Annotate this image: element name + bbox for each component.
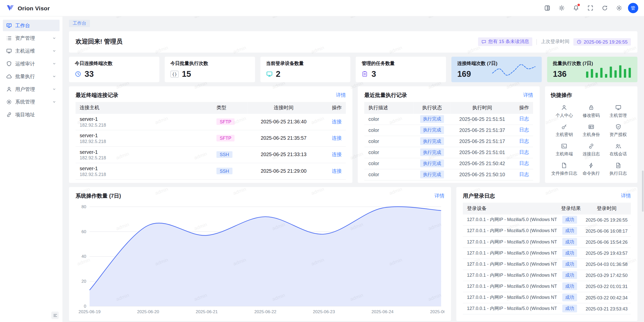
result-badge: 成功	[562, 282, 577, 290]
result-badge: 成功	[562, 216, 577, 224]
notifications-icon[interactable]	[571, 3, 581, 13]
users-icon	[615, 143, 621, 149]
quick-action-10[interactable]: 命令执行	[578, 162, 605, 176]
sidebar-item-1[interactable]: 资产管理	[3, 32, 59, 44]
result-badge: 成功	[562, 271, 577, 279]
recent-executions-more-link[interactable]: 详情	[523, 92, 533, 99]
header-actions: 管	[542, 3, 638, 13]
app-logo[interactable]: Orion Visor	[6, 4, 50, 13]
result-badge: 成功	[562, 260, 577, 268]
sidebar-item-4[interactable]: 批量执行	[3, 71, 59, 82]
recent-executions-title: 最近批量执行记录	[364, 91, 407, 99]
status-badge: 执行完成	[420, 148, 444, 156]
settings-icon[interactable]	[614, 3, 624, 13]
sidebar-collapse-icon[interactable]	[51, 312, 59, 319]
logo-icon	[6, 4, 15, 13]
quick-actions-title: 快捷操作	[551, 91, 572, 99]
quick-action-1[interactable]: 修改密码	[578, 104, 605, 118]
scrollbar-thumb[interactable]	[642, 171, 644, 212]
sidebar-item-0[interactable]: 工作台	[3, 20, 59, 31]
lightning-icon	[588, 162, 594, 168]
status-badge: 执行完成	[420, 126, 444, 134]
quick-action-6[interactable]: 主机终端	[551, 143, 578, 157]
file-list-icon	[615, 162, 621, 168]
stats-row: 今日连接终端次数33今日批量执行次数{}15当前登录设备数量2管理的任务数量3连…	[69, 56, 637, 82]
connect-link[interactable]: 连接	[332, 152, 342, 157]
avatar[interactable]: 管	[628, 3, 638, 13]
gear-icon	[6, 99, 12, 105]
recent-executions-table: 执行描述执行状态执行时间操作color执行完成2025-06-25 21:51:…	[364, 102, 533, 180]
sidebar-item-7[interactable]: 项目地址	[3, 109, 59, 121]
quick-action-9[interactable]: 文件操作日志	[551, 162, 578, 176]
svg-text:2025-06-20: 2025-06-20	[137, 309, 159, 314]
top-header: Orion Visor 管	[0, 0, 644, 16]
quick-action-4[interactable]: 主机身份	[578, 124, 605, 138]
welcome-card: 欢迎回来! 管理员 您有 15 条未读消息 上次登录时间 2025-06-25 …	[69, 31, 637, 52]
host-icon	[266, 71, 272, 77]
svg-text:80: 80	[82, 204, 86, 209]
key-icon	[561, 124, 567, 130]
divider	[537, 39, 537, 45]
quick-action-5[interactable]: 资产授权	[605, 124, 632, 138]
quick-action-3[interactable]: 主机密钥	[551, 124, 578, 138]
system-operations-chart: 0204060802025-06-192025-06-202025-06-212…	[75, 202, 444, 317]
sidebar-item-5[interactable]: 用户管理	[3, 83, 59, 95]
notification-dot	[577, 3, 580, 6]
recent-connections-table: 连接主机类型连接时间操作server-1182.92.5.218SFTP2025…	[75, 102, 346, 180]
log-link[interactable]: 日志	[519, 138, 529, 144]
connect-link[interactable]: 连接	[332, 168, 342, 174]
quick-action-0[interactable]: 个人中心	[551, 104, 578, 118]
login-logs-title: 用户登录日志	[463, 192, 495, 199]
sidebar-item-2[interactable]: 主机运维	[3, 45, 59, 57]
theme-icon[interactable]	[542, 3, 552, 13]
breadcrumb-item-workbench[interactable]: 工作台	[69, 20, 90, 27]
status-badge: 执行完成	[420, 171, 444, 178]
quick-action-11[interactable]: 执行日志	[605, 162, 632, 176]
sidebar-item-6[interactable]: 系统管理	[3, 96, 59, 108]
stat-card-1: 今日批量执行次数{}15	[165, 56, 255, 82]
quick-action-8[interactable]: 在线会话	[605, 143, 632, 157]
sidebar-menu: 工作台资产管理主机运维运维审计批量执行用户管理系统管理项目地址	[0, 20, 62, 120]
login-row: 127.0.0.1 - 内网IP - Mozilla/5.0 (Windows …	[463, 214, 631, 225]
log-link[interactable]: 日志	[519, 127, 529, 133]
quick-action-7[interactable]: 连接日志	[578, 143, 605, 157]
idcard-icon	[588, 124, 594, 130]
list-icon	[6, 35, 12, 41]
cloud-icon	[6, 74, 12, 79]
execution-row: color执行完成2025-06-25 21:50:10日志	[364, 169, 533, 180]
link-icon	[588, 143, 594, 149]
app-title: Orion Visor	[18, 5, 50, 11]
stat-card-2: 当前登录设备数量2	[260, 56, 351, 82]
unread-messages-badge[interactable]: 您有 15 条未读消息	[478, 38, 533, 46]
result-badge: 成功	[562, 227, 577, 235]
recent-connections-card: 最近终端连接记录 详情 连接主机类型连接时间操作server-1182.92.5…	[69, 86, 352, 183]
system-operations-more-link[interactable]: 详情	[434, 192, 444, 199]
clock-icon	[75, 71, 81, 77]
login-logs-more-link[interactable]: 详情	[621, 192, 631, 199]
stat-card-0: 今日连接终端次数33	[69, 56, 159, 82]
recent-connections-more-link[interactable]: 详情	[336, 92, 346, 99]
recent-executions-card: 最近批量执行记录 详情 执行描述执行状态执行时间操作color执行完成2025-…	[358, 86, 540, 183]
quick-action-2[interactable]: 主机管理	[605, 104, 632, 118]
light-mode-icon[interactable]	[556, 3, 567, 13]
svg-text:60: 60	[82, 229, 86, 234]
log-link[interactable]: 日志	[519, 116, 529, 122]
refresh-icon[interactable]	[599, 3, 610, 13]
shield-check-icon	[615, 124, 621, 130]
clock-icon	[577, 39, 582, 44]
fullscreen-icon[interactable]	[585, 3, 595, 13]
system-operations-card: 系统操作数量 (7日) 详情 0204060802025-06-192025-0…	[69, 187, 451, 321]
connect-link[interactable]: 连接	[332, 135, 342, 141]
sidebar-item-3[interactable]: 运维审计	[3, 58, 59, 69]
recent-connections-title: 最近终端连接记录	[75, 91, 118, 99]
log-link[interactable]: 日志	[519, 149, 529, 155]
result-badge: 成功	[562, 305, 577, 312]
connect-link[interactable]: 连接	[332, 119, 342, 124]
execution-row: color执行完成2025-06-25 21:51:01日志	[364, 147, 533, 158]
log-link[interactable]: 日志	[519, 160, 529, 166]
login-logs-table: 登录设备登录结果登录时间127.0.0.1 - 内网IP - Mozilla/5…	[463, 202, 631, 314]
login-row: 127.0.0.1 - 内网IP - Mozilla/5.0 (Windows …	[463, 292, 631, 303]
connection-row: server-1182.92.5.218SFTP2025-06-25 21:36…	[75, 114, 346, 130]
main-content: 工作台 欢迎回来! 管理员 您有 15 条未读消息 上次登录时间 2025-06…	[62, 16, 644, 322]
log-link[interactable]: 日志	[519, 171, 529, 177]
